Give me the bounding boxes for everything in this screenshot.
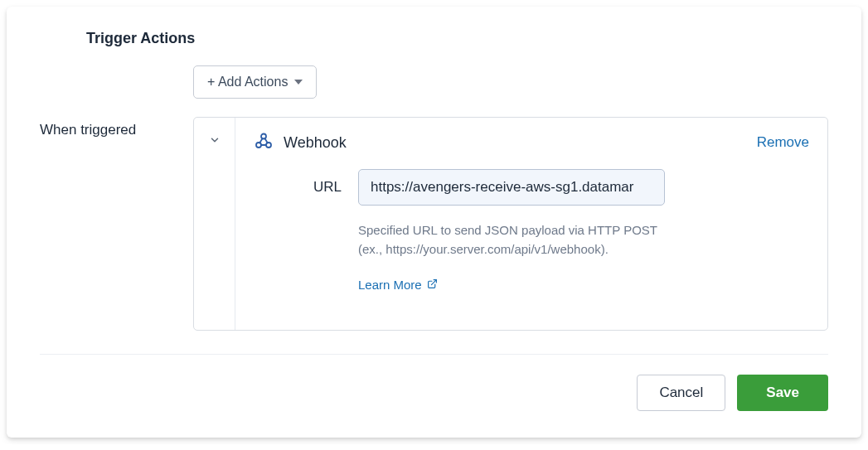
- svg-line-3: [431, 279, 436, 284]
- trigger-actions-panel: Trigger Actions When triggered + Add Act…: [7, 7, 861, 438]
- remove-action-link[interactable]: Remove: [757, 134, 809, 151]
- chevron-down-icon: [294, 80, 303, 85]
- card-header-left: Webhook: [254, 131, 347, 154]
- learn-more-link[interactable]: Learn More: [358, 278, 809, 292]
- when-triggered-label: When triggered: [40, 65, 193, 138]
- learn-more-label: Learn More: [358, 278, 422, 292]
- actions-column: + Add Actions: [193, 65, 828, 331]
- section-title: Trigger Actions: [86, 30, 828, 47]
- card-body: Webhook Remove URL Specified URL to send…: [235, 118, 827, 330]
- collapse-toggle[interactable]: [194, 118, 235, 330]
- content-row: When triggered + Add Actions: [40, 65, 828, 331]
- url-label: URL: [308, 179, 342, 196]
- card-header: Webhook Remove: [254, 131, 809, 154]
- url-row: URL: [308, 169, 809, 206]
- chevron-down-icon: [209, 134, 221, 146]
- url-input[interactable]: [358, 169, 665, 206]
- footer: Cancel Save: [40, 354, 828, 411]
- cancel-button[interactable]: Cancel: [637, 375, 725, 411]
- save-button[interactable]: Save: [737, 375, 828, 411]
- action-type-label: Webhook: [284, 134, 347, 152]
- action-card: Webhook Remove URL Specified URL to send…: [193, 117, 828, 331]
- url-help-text: Specified URL to send JSON payload via H…: [358, 220, 665, 259]
- add-actions-label: + Add Actions: [207, 75, 288, 90]
- external-link-icon: [427, 278, 438, 292]
- webhook-icon: [254, 131, 274, 154]
- add-actions-button[interactable]: + Add Actions: [193, 65, 317, 99]
